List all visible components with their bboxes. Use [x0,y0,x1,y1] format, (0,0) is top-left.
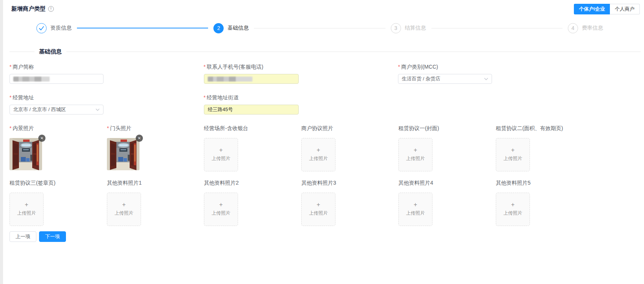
page-header: 新增商户类型 ! [11,5,54,13]
step-qualification-info: 资质信息 [36,23,72,33]
interior-photo-label: * 内景照片 [9,125,34,132]
toggle-option-personal[interactable]: 个人商户 [610,4,640,14]
other-photo-3-label: 其他资料照片3 [301,180,336,187]
merchant-agreement-upload[interactable]: + 上传照片 [301,138,335,171]
merchant-agreement-label: 商户协议照片 [301,125,333,132]
plus-icon: + [219,147,223,153]
other-photo-3-upload[interactable]: + 上传照片 [301,193,335,226]
merchant-short-name-input[interactable] [9,74,103,84]
lease-agreement-3-upload[interactable]: + 上传照片 [9,193,44,226]
plus-icon: + [414,147,417,153]
step-label: 基础信息 [227,25,249,31]
storefront-photo-label: * 门头照片 [107,125,131,132]
doorway-photo [9,138,42,170]
section-title: 基础信息 [39,48,62,55]
lease-agreement-1-upload[interactable]: + 上传照片 [398,138,432,171]
toggle-option-business[interactable]: 个体户/企业 [574,4,610,14]
plus-icon: + [25,202,28,207]
step-number: 4 [568,23,578,33]
other-photo-5-upload[interactable]: + 上传照片 [496,193,530,226]
other-photo-1-label: 其他资料照片1 [107,180,142,187]
lease-agreement-2-upload[interactable]: + 上传照片 [496,138,530,171]
plus-icon: + [317,147,320,153]
step-label: 结算信息 [405,25,426,31]
page-title: 新增商户类型 [11,5,45,13]
redacted-value [208,77,252,82]
address-street-label: * 经营地址街道 [204,94,238,101]
lease-agreement-2-label: 租赁协议二(面积、有效期页) [496,125,563,132]
storefront-photo-thumbnail[interactable]: ✕ [107,138,139,170]
business-address-label: * 经营地址 [9,94,34,101]
redacted-value [13,77,50,82]
step-connector [431,28,563,28]
merchant-type-toggle: 个体户/企业 个人商户 [574,4,640,14]
close-icon[interactable]: ✕ [136,135,143,142]
other-photo-5-label: 其他资料照片5 [496,180,531,187]
step-number: 2 [213,23,224,33]
merchant-form-page: 新增商户类型 ! 个体户/企业 个人商户 资质信息 2 基础信息 3 结算信息 … [0,0,644,284]
step-label: 资质信息 [50,25,72,31]
premises-cashier-upload[interactable]: + 上传照片 [204,138,238,171]
step-rate-info: 4 费率信息 [568,23,603,33]
doorway-photo [107,138,139,170]
mcc-select[interactable]: 生活百货 / 杂货店 [398,74,492,84]
plus-icon: + [511,202,514,207]
contact-phone-input[interactable] [204,74,299,84]
section-divider: 基础信息 [9,48,641,55]
business-address-select[interactable]: 北京市 / 北京市 / 西城区 [9,105,103,115]
plus-icon: + [414,202,417,207]
other-photo-2-label: 其他资料照片2 [204,180,239,187]
plus-icon: + [317,202,320,207]
step-basic-info: 2 基础信息 [213,23,249,33]
merchant-short-name-label: * 商户简称 [9,64,34,71]
chevron-down-icon [484,78,488,80]
other-photo-2-upload[interactable]: + 上传照片 [204,193,238,226]
plus-icon: + [511,147,514,153]
lease-agreement-1-label: 租赁协议一(封面) [398,125,439,132]
step-number: 3 [391,23,401,33]
check-icon [39,26,44,31]
other-photo-1-upload[interactable]: + 上传照片 [107,193,141,226]
lease-agreement-3-label: 租赁协议三(签章页) [9,180,55,187]
wizard-stepper: 资质信息 2 基础信息 3 结算信息 4 费率信息 [36,22,603,34]
premises-cashier-label: 经营场所-含收银台 [204,125,248,132]
chevron-down-icon [96,108,100,111]
step-settlement-info: 3 结算信息 [391,23,426,33]
step-done-circle [36,23,47,33]
mcc-label: * 商户类别(MCC) [398,64,438,71]
plus-icon: + [122,202,125,207]
other-photo-4-label: 其他资料照片4 [398,180,433,187]
previous-step-button[interactable]: 上一项 [9,231,36,242]
close-icon[interactable]: ✕ [38,135,45,142]
contact-phone-label: * 联系人手机号(客服电话) [204,64,263,71]
step-connector [254,28,385,28]
address-street-input[interactable]: 经三路45号 [204,105,299,115]
next-step-button[interactable]: 下一项 [39,231,66,242]
other-photo-4-upload[interactable]: + 上传照片 [398,193,432,226]
left-edge-strip [0,0,3,284]
info-icon[interactable]: ! [48,6,54,12]
plus-icon: + [219,202,223,207]
interior-photo-thumbnail[interactable]: ✕ [9,138,42,170]
step-label: 费率信息 [582,25,603,31]
step-connector [77,28,208,28]
